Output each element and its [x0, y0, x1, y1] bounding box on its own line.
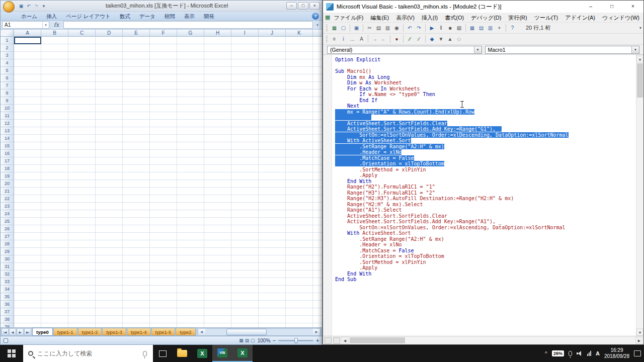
- code-line[interactable]: [335, 63, 636, 69]
- row-header-26[interactable]: 26: [1, 225, 14, 233]
- row-header-19[interactable]: 19: [1, 172, 14, 180]
- close-icon[interactable]: ×: [622, 1, 643, 13]
- indent-icon[interactable]: →: [370, 35, 379, 43]
- object-dropdown[interactable]: (General) ▾: [327, 46, 482, 54]
- code-line[interactable]: .Apply: [335, 172, 636, 178]
- column-header-a[interactable]: A: [14, 30, 41, 36]
- formula-bar[interactable]: [63, 21, 313, 29]
- hidden-icons-chevron-icon[interactable]: ^: [545, 350, 547, 356]
- code-line[interactable]: Range("A1").Select: [335, 207, 636, 213]
- code-line[interactable]: mx = Range("A" & Rows.Count).End(xlUp).R…: [335, 109, 636, 115]
- worksheet-grid[interactable]: [14, 37, 322, 327]
- taskbar-explorer-icon[interactable]: [172, 345, 192, 362]
- column-header-j[interactable]: J: [259, 30, 286, 36]
- toggle-bookmark-icon[interactable]: ◆: [428, 35, 436, 43]
- name-box-dropdown-icon[interactable]: ▾: [42, 22, 49, 28]
- row-header-7[interactable]: 7: [1, 82, 14, 89]
- row-header-18[interactable]: 18: [1, 165, 14, 172]
- row-header-23[interactable]: 23: [1, 203, 14, 210]
- clear-bookmarks-icon[interactable]: ◇: [455, 35, 463, 43]
- code-line[interactable]: .Orientation = xlTopToBottom: [335, 253, 636, 259]
- code-line[interactable]: .Apply: [335, 265, 636, 271]
- code-line[interactable]: .Header = xlNo: [335, 242, 636, 248]
- code-line[interactable]: Range("H2").FormulaR1C1 = "1": [335, 184, 636, 190]
- ribbon-tab-review[interactable]: 校閲: [160, 12, 180, 21]
- code-line[interactable]: End If: [335, 98, 636, 104]
- paste-icon[interactable]: ▥: [383, 24, 392, 32]
- design-mode-icon[interactable]: ▧: [455, 24, 463, 32]
- active-cell-A1[interactable]: [14, 37, 41, 44]
- code-line[interactable]: Sub Macro1(): [335, 68, 636, 74]
- column-header-g[interactable]: G: [177, 30, 204, 36]
- scrollbar-thumb[interactable]: [226, 329, 267, 335]
- ribbon-tab-formulas[interactable]: 数式: [115, 12, 135, 21]
- code-line[interactable]: ActiveSheet.Sort.SortFields.Clear: [335, 213, 636, 219]
- code-line[interactable]: SortOn:=xlSortOnValues, Order:=xlDescend…: [335, 132, 636, 138]
- microphone-icon[interactable]: [143, 351, 147, 356]
- menu-tools[interactable]: ツール(T): [531, 13, 562, 23]
- maximize-icon[interactable]: □: [298, 2, 308, 10]
- code-line[interactable]: .MatchCase = False: [335, 155, 636, 161]
- select-all-corner[interactable]: [1, 30, 14, 36]
- battery-icon[interactable]: 26%: [552, 350, 564, 356]
- code-line[interactable]: Range("H2:H3").AutoFill Destination:=Ran…: [335, 196, 636, 202]
- scrollbar-thumb[interactable]: [637, 63, 643, 98]
- procedure-dropdown[interactable]: Macro1 ▾: [485, 46, 640, 54]
- zoom-level[interactable]: 100%: [258, 338, 271, 343]
- redo-icon[interactable]: ↷: [415, 24, 423, 32]
- code-line[interactable]: .SortMethod = xlPinYin: [335, 259, 636, 265]
- ribbon-tab-data[interactable]: データ: [135, 12, 160, 21]
- formula-bar-expand-icon[interactable]: ▾: [314, 23, 320, 27]
- sheet-tab-type1-5[interactable]: type1-5: [151, 328, 176, 336]
- code-line[interactable]: .SetRange Range("A2:H" & mx): [335, 236, 636, 242]
- code-line[interactable]: Option Explicit: [335, 57, 636, 63]
- scrollbar-thumb[interactable]: [350, 337, 405, 343]
- project-explorer-icon[interactable]: ▦: [468, 24, 476, 32]
- chevron-down-icon[interactable]: ▾: [631, 46, 639, 53]
- menu-view[interactable]: 表示(V): [392, 13, 418, 23]
- code-line[interactable]: .SetRange Range("A2:H" & mx): [335, 144, 636, 150]
- menu-insert[interactable]: 挿入(I): [418, 13, 441, 23]
- start-button[interactable]: [0, 345, 23, 362]
- code-line[interactable]: .Orientation = xlTopToBottom: [335, 161, 636, 167]
- scroll-right-icon[interactable]: ▶: [313, 329, 320, 335]
- row-header-11[interactable]: 11: [1, 112, 14, 120]
- minimize-icon[interactable]: –: [580, 1, 601, 13]
- run-icon[interactable]: ▶: [428, 24, 436, 32]
- code-line[interactable]: End Sub: [335, 277, 636, 283]
- row-header-3[interactable]: 3: [1, 52, 14, 59]
- menu-file[interactable]: ファイル(F): [330, 13, 367, 23]
- taskbar-excel-icon[interactable]: X: [192, 345, 212, 362]
- page-layout-view-icon[interactable]: ▤: [245, 338, 250, 343]
- zoom-in-icon[interactable]: +: [316, 338, 319, 343]
- ribbon-tab-page-layout[interactable]: ページ レイアウト: [61, 12, 115, 21]
- task-view-button[interactable]: [153, 345, 172, 362]
- copy-icon[interactable]: ▤: [374, 24, 383, 32]
- menu-addins[interactable]: アドイン(A): [561, 13, 599, 23]
- help-icon[interactable]: ?: [508, 24, 517, 32]
- last-sheet-icon[interactable]: ▶|: [24, 328, 31, 335]
- menu-format[interactable]: 書式(O): [441, 13, 467, 23]
- vbe-title-bar[interactable]: Microsoft Visual Basic - taiken03_mihon.…: [323, 1, 643, 13]
- row-header-17[interactable]: 17: [1, 157, 14, 165]
- row-header-12[interactable]: 12: [1, 120, 14, 127]
- row-header-27[interactable]: 27: [1, 233, 14, 240]
- action-center-icon[interactable]: [634, 350, 641, 356]
- code-line[interactable]: If w.Name <> "type0" Then: [335, 92, 636, 98]
- code-line[interactable]: Dim w As Worksheet: [335, 80, 636, 86]
- row-header-16[interactable]: 16: [1, 150, 14, 157]
- scroll-up-icon[interactable]: ▲: [636, 55, 643, 62]
- row-header-1[interactable]: 1: [1, 37, 14, 44]
- scroll-down-icon[interactable]: ▼: [636, 328, 643, 336]
- taskbar-vbe-icon[interactable]: VB: [212, 345, 232, 362]
- code-line[interactable]: Dim mx As Long: [335, 74, 636, 80]
- menu-run[interactable]: 実行(R): [505, 13, 530, 23]
- save-icon[interactable]: ▣: [352, 24, 361, 32]
- prev-sheet-icon[interactable]: ◀: [9, 328, 16, 335]
- row-header-6[interactable]: 6: [1, 74, 14, 82]
- row-header-39[interactable]: 39: [1, 323, 14, 327]
- page-break-view-icon[interactable]: ▢: [251, 338, 255, 343]
- next-sheet-icon[interactable]: ▶: [17, 328, 24, 335]
- row-header-15[interactable]: 15: [1, 142, 14, 150]
- properties-window-icon[interactable]: ▤: [477, 24, 486, 32]
